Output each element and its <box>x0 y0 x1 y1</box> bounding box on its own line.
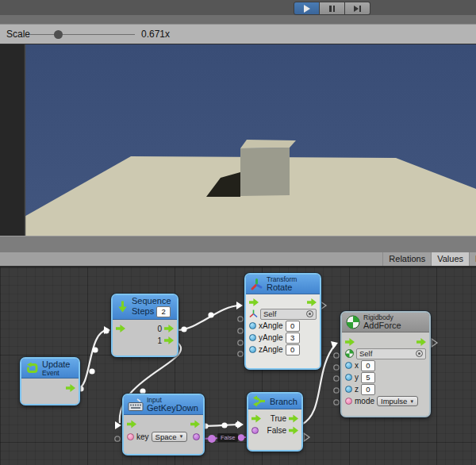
play-button[interactable] <box>294 2 320 15</box>
pause-icon <box>329 6 335 12</box>
object-picker-icon[interactable] <box>416 350 423 357</box>
node-title: Update <box>42 360 70 370</box>
yangle-input-port[interactable] <box>249 334 256 341</box>
node-title: Rotate <box>267 283 297 293</box>
flow-input-port[interactable] <box>116 325 125 332</box>
play-icon <box>304 5 310 13</box>
flow-output-port[interactable] <box>307 298 317 306</box>
transform-axis-icon <box>249 309 258 318</box>
zangle-input-port[interactable] <box>249 346 256 353</box>
flow-output-port[interactable] <box>66 384 75 392</box>
cube-front-face <box>240 148 290 196</box>
x-label: x <box>355 361 359 370</box>
unity-editor-window: Scale 0.671x Relations Values D <box>0 0 476 465</box>
condition-input-port[interactable] <box>251 427 259 434</box>
tab-relations[interactable]: Relations <box>382 252 431 266</box>
node-title: GetKeyDown <box>147 404 198 413</box>
step-icon <box>354 6 362 12</box>
node-sequence[interactable]: Sequence Steps 2 0 1 <box>111 294 178 357</box>
key-label: key <box>136 432 149 441</box>
steps-label: Steps <box>132 307 154 317</box>
unconnected-output-addforce <box>432 339 437 347</box>
steps-count-field[interactable]: 2 <box>156 306 171 317</box>
key-dropdown[interactable]: Space ▼ <box>152 432 188 442</box>
playmode-button-group <box>294 2 370 15</box>
flow-output-port[interactable] <box>416 338 426 346</box>
tab-dim[interactable]: D <box>469 252 476 266</box>
game-scene <box>0 44 476 236</box>
flow-output-port-0[interactable] <box>164 325 174 332</box>
flow-input-port[interactable] <box>127 420 136 428</box>
flow-input-port[interactable] <box>249 298 259 306</box>
mode-dropdown[interactable]: Impulse ▼ <box>377 396 418 406</box>
z-field[interactable]: 0 <box>361 384 375 395</box>
xangle-label: xAngle <box>259 321 283 330</box>
zangle-field[interactable]: 0 <box>286 344 300 355</box>
transform-icon <box>250 278 263 291</box>
chevron-down-icon: ▼ <box>179 434 184 439</box>
wire-value-badge: False <box>217 433 238 442</box>
graph-toolbar-tabs: Relations Values D <box>382 252 476 266</box>
node-title: Sequence <box>132 297 171 306</box>
wire-sequence0-to-rotate[interactable] <box>177 306 240 330</box>
result-value-output-port[interactable] <box>193 433 200 440</box>
node-rigidbody-addforce[interactable]: Rigidbody AddForce Self <box>340 311 431 417</box>
scale-value: 0.671x <box>141 29 170 40</box>
y-field[interactable]: 5 <box>361 372 375 383</box>
node-update-event[interactable]: Update Event <box>20 357 80 405</box>
scale-label: Scale <box>6 29 30 40</box>
target-object-field[interactable]: Self <box>260 309 317 320</box>
viewport-letterbox <box>0 44 25 236</box>
output-0-label: 0 <box>157 325 162 333</box>
update-loop-icon <box>25 362 39 375</box>
scale-slider-thumb[interactable] <box>54 30 63 39</box>
wire-update-to-sequence[interactable] <box>77 330 108 389</box>
game-view-scale-bar: Scale 0.671x <box>0 24 476 44</box>
xangle-input-port[interactable] <box>249 322 256 329</box>
mode-label: mode <box>355 397 374 405</box>
y-label: y <box>355 373 359 382</box>
playmode-toolbar <box>0 0 476 15</box>
node-title: AddForce <box>363 321 401 331</box>
flow-graph-canvas[interactable]: False Update Event <box>0 267 476 465</box>
unconnected-output-rotate <box>321 302 326 309</box>
flow-output-port-1[interactable] <box>164 336 174 344</box>
mode-input-port[interactable] <box>345 398 352 405</box>
object-picker-icon[interactable] <box>306 310 313 317</box>
flow-input-port[interactable] <box>345 338 355 346</box>
z-input-port[interactable] <box>345 386 352 393</box>
panel-splitter[interactable] <box>0 236 476 252</box>
keyboard-icon <box>128 398 144 412</box>
tab-values[interactable]: Values <box>431 252 469 266</box>
node-transform-rotate[interactable]: Transform Rotate Self <box>244 273 321 370</box>
node-branch[interactable]: Branch True False <box>247 392 303 452</box>
flow-output-port[interactable] <box>190 420 200 428</box>
true-output-port[interactable] <box>289 415 298 423</box>
x-field[interactable]: 0 <box>361 360 375 371</box>
graph-toolbar: Relations Values D <box>0 252 476 267</box>
false-label: False <box>267 426 286 435</box>
z-label: z <box>355 385 359 394</box>
toolbar-spacer <box>0 15 476 24</box>
target-object-field[interactable]: Self <box>356 348 426 359</box>
xangle-field[interactable]: 0 <box>286 321 300 332</box>
output-1-label: 1 <box>157 336 162 345</box>
y-input-port[interactable] <box>345 374 352 381</box>
node-input-getkeydown[interactable]: Input GetKeyDown key Space ▼ <box>122 394 205 455</box>
rigidbody-mini-icon <box>345 349 354 358</box>
flow-input-port[interactable] <box>251 415 261 423</box>
branch-icon <box>252 395 267 407</box>
false-output-port[interactable] <box>289 427 298 435</box>
key-value-input-port[interactable] <box>127 433 134 440</box>
scale-slider-track[interactable] <box>30 34 135 35</box>
x-input-port[interactable] <box>345 362 352 369</box>
chevron-down-icon: ▼ <box>409 399 414 404</box>
unconnected-output-branch-false <box>304 433 309 441</box>
step-button[interactable] <box>345 2 370 15</box>
pause-button[interactable] <box>320 2 345 15</box>
sequence-icon <box>117 300 129 313</box>
rigidbody-icon <box>346 315 360 329</box>
game-viewport[interactable] <box>0 44 476 236</box>
true-label: True <box>271 414 286 423</box>
yangle-field[interactable]: 3 <box>286 332 300 344</box>
